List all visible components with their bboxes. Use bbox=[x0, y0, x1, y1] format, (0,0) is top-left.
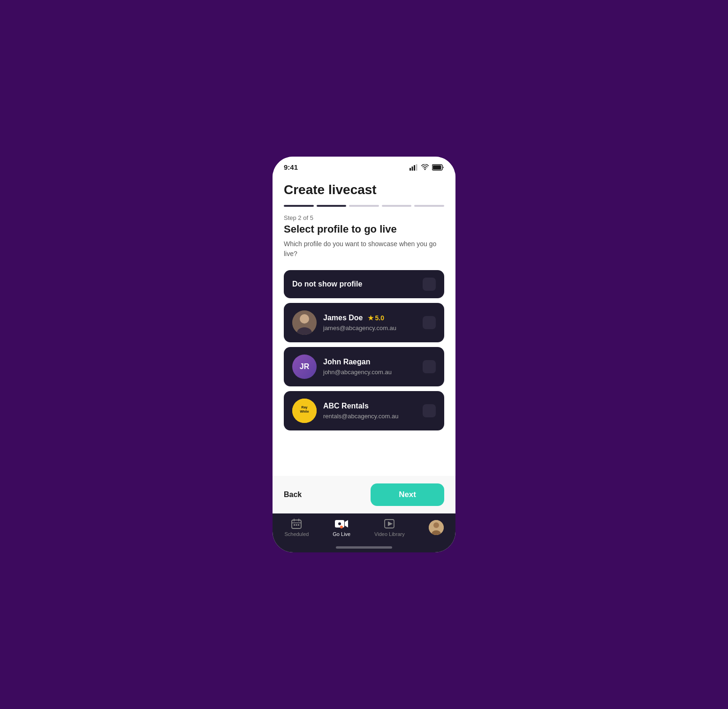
svg-rect-20 bbox=[298, 524, 299, 526]
profiles-list: Do not show profile James Doe bbox=[284, 270, 444, 430]
progress-bar bbox=[284, 205, 444, 207]
john-raegan-avatar: JR bbox=[292, 354, 317, 379]
svg-rect-19 bbox=[296, 524, 297, 526]
tab-scheduled-label: Scheduled bbox=[284, 531, 309, 537]
john-raegan-email: john@abcagency.com.au bbox=[323, 369, 392, 376]
status-icons bbox=[410, 164, 444, 171]
profile-card-john-raegan[interactable]: JR John Raegan john@abcagency.com.au bbox=[284, 347, 444, 386]
abc-rentals-email: rentals@abcagency.com.au bbox=[323, 413, 398, 420]
svg-point-4 bbox=[425, 168, 426, 170]
step-title: Select profile to go live bbox=[284, 223, 444, 235]
john-raegan-initials: JR bbox=[300, 362, 309, 371]
svg-point-10 bbox=[300, 315, 309, 323]
james-doe-email: james@abcagency.com.au bbox=[323, 324, 396, 332]
svg-point-23 bbox=[338, 522, 341, 525]
svg-text:White: White bbox=[300, 410, 309, 413]
home-indicator-bar bbox=[336, 546, 392, 549]
profile-card-james-doe[interactable]: James Doe ★ 5.0 james@abcagency.com.au bbox=[284, 303, 444, 342]
tab-golive[interactable]: Go Live bbox=[333, 518, 350, 537]
profile-card-no-profile[interactable]: Do not show profile bbox=[284, 270, 444, 298]
svg-rect-2 bbox=[414, 165, 415, 171]
tab-golive-label: Go Live bbox=[333, 531, 350, 537]
james-doe-checkbox[interactable] bbox=[423, 316, 436, 329]
no-profile-checkbox[interactable] bbox=[423, 278, 436, 291]
profile-avatar-tab bbox=[429, 520, 444, 535]
abc-rentals-info: ABC Rentals rentals@abcagency.com.au bbox=[323, 402, 416, 420]
no-profile-label: Do not show profile bbox=[292, 280, 423, 288]
svg-rect-3 bbox=[416, 164, 417, 171]
main-content: Create livecast Step 2 of 5 Select profi… bbox=[273, 175, 455, 476]
calendar-icon bbox=[291, 518, 302, 529]
john-raegan-name: John Raegan bbox=[323, 358, 370, 366]
next-button[interactable]: Next bbox=[371, 483, 444, 506]
abc-rentals-avatar: Ray White bbox=[292, 399, 317, 423]
svg-point-27 bbox=[433, 522, 439, 528]
status-time: 9:41 bbox=[284, 163, 298, 171]
golive-indicator-dot bbox=[340, 526, 343, 528]
james-doe-info: James Doe ★ 5.0 james@abcagency.com.au bbox=[323, 314, 416, 332]
svg-rect-0 bbox=[410, 168, 411, 171]
home-indicator bbox=[273, 546, 455, 552]
battery-icon bbox=[432, 164, 444, 171]
james-doe-name: James Doe bbox=[323, 314, 363, 322]
abc-rentals-name: ABC Rentals bbox=[323, 402, 369, 410]
svg-marker-25 bbox=[388, 521, 393, 526]
tab-bar: Scheduled Go Live Video Library bbox=[273, 513, 455, 546]
progress-step-3 bbox=[349, 205, 379, 207]
signal-icon bbox=[410, 164, 418, 171]
svg-rect-1 bbox=[412, 166, 413, 171]
abc-rentals-name-row: ABC Rentals bbox=[323, 402, 416, 410]
john-raegan-info: John Raegan john@abcagency.com.au bbox=[323, 358, 416, 376]
step-label: Step 2 of 5 bbox=[284, 214, 444, 221]
phone-frame: 9:41 bbox=[273, 157, 455, 552]
status-bar: 9:41 bbox=[273, 157, 455, 175]
page-title: Create livecast bbox=[284, 182, 444, 197]
progress-step-5 bbox=[414, 205, 444, 207]
james-doe-rating: ★ 5.0 bbox=[368, 314, 384, 322]
footer-bar: Back Next bbox=[273, 476, 455, 513]
progress-step-4 bbox=[382, 205, 412, 207]
tab-videolibrary-label: Video Library bbox=[374, 531, 405, 537]
progress-step-2 bbox=[317, 205, 347, 207]
john-raegan-checkbox[interactable] bbox=[423, 360, 436, 373]
svg-marker-22 bbox=[345, 520, 348, 528]
james-doe-rating-value: 5.0 bbox=[375, 314, 384, 322]
tab-scheduled[interactable]: Scheduled bbox=[284, 518, 309, 537]
james-doe-name-row: James Doe ★ 5.0 bbox=[323, 314, 416, 322]
svg-rect-6 bbox=[433, 165, 441, 169]
profile-card-abc-rentals[interactable]: Ray White ABC Rentals rentals@abcagency.… bbox=[284, 391, 444, 430]
tab-profile[interactable] bbox=[429, 520, 444, 535]
svg-text:Ray: Ray bbox=[302, 406, 308, 409]
john-raegan-name-row: John Raegan bbox=[323, 358, 416, 366]
svg-rect-18 bbox=[294, 524, 295, 526]
back-button[interactable]: Back bbox=[284, 490, 302, 499]
james-doe-avatar bbox=[292, 310, 317, 335]
star-icon: ★ bbox=[368, 314, 374, 322]
play-icon bbox=[384, 518, 395, 529]
wifi-icon bbox=[421, 164, 429, 171]
abc-rentals-checkbox[interactable] bbox=[423, 404, 436, 417]
step-description: Which profile do you want to showcase wh… bbox=[284, 239, 444, 259]
tab-videolibrary[interactable]: Video Library bbox=[374, 518, 405, 537]
progress-step-1 bbox=[284, 205, 314, 207]
